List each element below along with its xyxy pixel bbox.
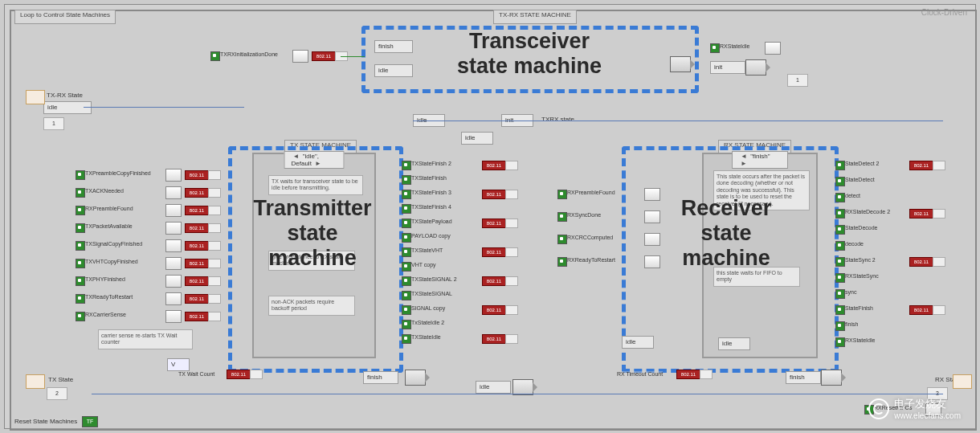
prim-icon bbox=[165, 239, 182, 252]
rx-input-label: RXCRCComputed bbox=[567, 235, 613, 240]
bool-node bbox=[402, 320, 411, 329]
prim-icon bbox=[165, 222, 182, 235]
elecfans-logo-icon bbox=[868, 398, 889, 419]
txrx-state-bus-label: TXRX state bbox=[541, 116, 574, 123]
rx-output-label: StateDetect 2 bbox=[845, 161, 879, 166]
select-node bbox=[512, 379, 533, 395]
wire bbox=[92, 394, 943, 394]
readout-802: 802.11 bbox=[185, 223, 209, 233]
tx-output-label: PAYLOAD copy bbox=[411, 233, 451, 239]
main-while-loop: Loop to Control State Machines TX-RX STA… bbox=[10, 10, 977, 431]
bool-node bbox=[835, 225, 845, 235]
tx-input-label: TXPHYFinished bbox=[85, 276, 125, 282]
readout-802: 802.11 bbox=[482, 276, 506, 286]
rx-output-label: StateFinish bbox=[845, 305, 873, 311]
tx-output-label: TXStateFinish 3 bbox=[411, 190, 451, 195]
rx-output-label: StateSync 2 bbox=[845, 257, 876, 263]
cluster-icon bbox=[26, 90, 45, 104]
tx-output-label: TXStateSIGNAL bbox=[411, 291, 452, 296]
bool-node bbox=[76, 188, 85, 198]
main-case-title: TX-RX STATE MACHINE bbox=[493, 10, 577, 24]
readout-802: 802.11 bbox=[185, 188, 209, 198]
tunnel-right: 1 bbox=[787, 74, 808, 87]
txrx-init-done-label: TXRXInitializationDone bbox=[220, 51, 278, 57]
select-node bbox=[745, 59, 766, 76]
bool-node bbox=[835, 289, 845, 299]
bool-node bbox=[835, 161, 845, 170]
prim-icon bbox=[644, 210, 660, 223]
reset-state-machines-label: Reset State Machines bbox=[14, 418, 77, 425]
v-icon: V bbox=[167, 358, 190, 371]
rx-output-label: detect bbox=[845, 193, 860, 198]
tx-output-label: SIGNAL copy bbox=[411, 305, 445, 311]
rx-input-label: RXPreambleFound bbox=[567, 190, 615, 195]
rx-output-label: decode bbox=[845, 241, 864, 247]
select-node bbox=[821, 370, 842, 386]
idle-enum: idle bbox=[374, 64, 413, 77]
prim-icon bbox=[165, 186, 182, 199]
bool-node bbox=[557, 190, 567, 199]
txrx-state-value[interactable]: idle bbox=[43, 101, 92, 114]
tx-wait-count-label: TX Wait Count bbox=[178, 371, 214, 377]
readout-802: 802.11 bbox=[185, 241, 209, 251]
receiver-annotation-text: Receiver state machine bbox=[646, 196, 806, 271]
tx-input-label: TXPacketAvailable bbox=[85, 223, 133, 229]
watermark-url: www.elecfans.com bbox=[894, 411, 961, 420]
tx-state-label: TX State bbox=[48, 376, 73, 383]
prim-icon bbox=[165, 292, 182, 305]
readout-802: 802.11 bbox=[185, 170, 209, 180]
readout-802: 802.11 bbox=[482, 161, 506, 170]
bool-node bbox=[835, 337, 845, 347]
rx-input-label: RXReadyToRestart bbox=[567, 257, 615, 263]
cluster-icon bbox=[26, 374, 45, 389]
readout-802: 802.11 bbox=[909, 161, 933, 170]
bool-node bbox=[402, 219, 411, 228]
readout-802: 802.11 bbox=[909, 209, 933, 219]
bool-node bbox=[402, 247, 411, 257]
cluster-icon bbox=[953, 374, 972, 389]
txrx-state-label: TX-RX State bbox=[47, 92, 83, 99]
tx-output-label: TXStateFinish bbox=[411, 175, 447, 181]
bool-node bbox=[835, 321, 845, 331]
readout-802: 802.11 bbox=[482, 334, 506, 344]
readout-802: 802.11 bbox=[227, 370, 251, 379]
rx-output-label: finish bbox=[845, 321, 858, 327]
prim-icon bbox=[165, 310, 182, 323]
prim-icon bbox=[644, 188, 660, 201]
bool-node bbox=[835, 257, 845, 267]
tx-input-label: TXSignalCopyFinished bbox=[85, 241, 142, 247]
bool-node bbox=[402, 334, 411, 344]
bool-node bbox=[76, 312, 85, 321]
bool-node bbox=[76, 170, 85, 180]
bool-node bbox=[402, 233, 411, 243]
bool-node bbox=[835, 209, 845, 219]
finish-enum: finish bbox=[374, 40, 413, 53]
rx-output-label: sync bbox=[845, 289, 856, 295]
bool-node bbox=[835, 305, 845, 315]
cs-comment: carrier sense re-starts TX Wait counter bbox=[98, 329, 193, 349]
canvas: Clock-Driven Loop to Control State Machi… bbox=[4, 4, 976, 429]
rx-output-label: RXStateSync bbox=[845, 273, 879, 279]
bool-node bbox=[835, 241, 845, 251]
tx-input-label: RXPreambleFound bbox=[85, 206, 133, 211]
tx-output-label: TXStateFinish 4 bbox=[411, 204, 451, 210]
bool-node bbox=[710, 43, 720, 53]
prim-icon bbox=[165, 204, 182, 217]
rx-output-label: RXStateDecode 2 bbox=[845, 209, 890, 214]
bool-node bbox=[76, 294, 85, 304]
watermark-brand: 电子发烧友 bbox=[894, 397, 961, 411]
rx-input-label: RXSyncDone bbox=[567, 212, 601, 218]
prim-icon bbox=[165, 257, 182, 270]
bool-node bbox=[402, 291, 411, 300]
transmitter-annotation-text: Transmitter state machine bbox=[236, 196, 389, 271]
readout-802: 802.11 bbox=[482, 247, 506, 257]
rxstateidle-label: RXStateIdle bbox=[720, 43, 749, 49]
bool-node bbox=[557, 257, 567, 267]
bool-node bbox=[402, 161, 411, 170]
tx-input-label: TXACKNeeded bbox=[85, 188, 124, 194]
wire bbox=[341, 56, 365, 57]
readout-802: 802.11 bbox=[482, 305, 506, 315]
prim-icon bbox=[165, 275, 182, 288]
reset-bool-constant[interactable]: TF bbox=[82, 416, 98, 427]
bool-node bbox=[402, 305, 411, 315]
